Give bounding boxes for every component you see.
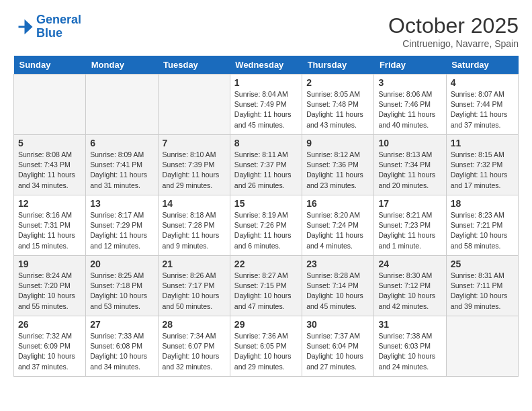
day-number: 13 <box>90 198 153 209</box>
calendar-cell: 8Sunrise: 8:11 AM Sunset: 7:37 PM Daylig… <box>230 135 302 195</box>
calendar-cell: 25Sunrise: 8:31 AM Sunset: 7:11 PM Dayli… <box>446 256 518 316</box>
day-info: Sunrise: 8:09 AM Sunset: 7:41 PM Dayligh… <box>90 150 153 191</box>
day-info: Sunrise: 7:36 AM Sunset: 6:05 PM Dayligh… <box>234 331 298 372</box>
day-number: 21 <box>163 259 226 269</box>
calendar-cell <box>86 75 158 135</box>
calendar-cell: 30Sunrise: 7:37 AM Sunset: 6:04 PM Dayli… <box>302 316 374 377</box>
calendar-cell: 23Sunrise: 8:28 AM Sunset: 7:14 PM Dayli… <box>302 256 374 316</box>
day-info: Sunrise: 8:18 AM Sunset: 7:28 PM Dayligh… <box>163 210 226 251</box>
calendar-cell: 6Sunrise: 8:09 AM Sunset: 7:41 PM Daylig… <box>86 135 158 195</box>
day-info: Sunrise: 8:31 AM Sunset: 7:11 PM Dayligh… <box>451 271 514 312</box>
day-number: 19 <box>18 259 81 269</box>
day-info: Sunrise: 7:37 AM Sunset: 6:04 PM Dayligh… <box>306 331 369 372</box>
day-info: Sunrise: 7:38 AM Sunset: 6:03 PM Dayligh… <box>378 331 441 372</box>
logo-line1: General <box>36 13 81 26</box>
weekday-header-sunday: Sunday <box>14 56 86 75</box>
day-info: Sunrise: 8:11 AM Sunset: 7:37 PM Dayligh… <box>234 150 298 191</box>
calendar-cell: 14Sunrise: 8:18 AM Sunset: 7:28 PM Dayli… <box>158 195 230 256</box>
calendar-cell: 4Sunrise: 8:07 AM Sunset: 7:44 PM Daylig… <box>446 75 518 135</box>
logo-line2: Blue <box>36 26 62 40</box>
calendar-cell: 15Sunrise: 8:19 AM Sunset: 7:26 PM Dayli… <box>230 195 302 256</box>
calendar-cell: 20Sunrise: 8:25 AM Sunset: 7:18 PM Dayli… <box>86 256 158 316</box>
day-number: 12 <box>18 198 81 209</box>
calendar-week-row: 12Sunrise: 8:16 AM Sunset: 7:31 PM Dayli… <box>14 195 519 256</box>
calendar-cell <box>446 316 518 377</box>
calendar-cell: 29Sunrise: 7:36 AM Sunset: 6:05 PM Dayli… <box>230 316 302 377</box>
calendar-cell: 11Sunrise: 8:15 AM Sunset: 7:32 PM Dayli… <box>446 135 518 195</box>
calendar-cell: 18Sunrise: 8:23 AM Sunset: 7:21 PM Dayli… <box>446 195 518 256</box>
svg-marker-0 <box>19 19 33 35</box>
calendar-cell: 24Sunrise: 8:30 AM Sunset: 7:12 PM Dayli… <box>374 256 446 316</box>
day-number: 17 <box>378 198 441 209</box>
day-number: 31 <box>378 319 441 330</box>
day-number: 20 <box>90 259 153 269</box>
day-number: 6 <box>90 138 153 148</box>
calendar-week-row: 5Sunrise: 8:08 AM Sunset: 7:43 PM Daylig… <box>14 135 519 195</box>
day-info: Sunrise: 8:08 AM Sunset: 7:43 PM Dayligh… <box>18 150 81 191</box>
location: Cintruenigo, Navarre, Spain <box>388 38 519 49</box>
day-info: Sunrise: 7:32 AM Sunset: 6:09 PM Dayligh… <box>18 331 81 372</box>
day-number: 16 <box>306 198 369 209</box>
day-info: Sunrise: 8:30 AM Sunset: 7:12 PM Dayligh… <box>378 271 441 312</box>
day-number: 29 <box>234 319 298 330</box>
day-info: Sunrise: 8:27 AM Sunset: 7:15 PM Dayligh… <box>234 271 298 312</box>
calendar-cell: 7Sunrise: 8:10 AM Sunset: 7:39 PM Daylig… <box>158 135 230 195</box>
day-number: 8 <box>234 138 298 148</box>
day-info: Sunrise: 7:33 AM Sunset: 6:08 PM Dayligh… <box>90 331 153 372</box>
calendar-cell: 31Sunrise: 7:38 AM Sunset: 6:03 PM Dayli… <box>374 316 446 377</box>
calendar-cell: 13Sunrise: 8:17 AM Sunset: 7:29 PM Dayli… <box>86 195 158 256</box>
day-info: Sunrise: 8:19 AM Sunset: 7:26 PM Dayligh… <box>234 210 298 251</box>
day-info: Sunrise: 8:15 AM Sunset: 7:32 PM Dayligh… <box>451 150 514 191</box>
calendar-cell: 19Sunrise: 8:24 AM Sunset: 7:20 PM Dayli… <box>14 256 86 316</box>
day-info: Sunrise: 8:06 AM Sunset: 7:46 PM Dayligh… <box>378 89 441 130</box>
day-number: 4 <box>451 77 514 88</box>
weekday-header-thursday: Thursday <box>302 56 374 75</box>
calendar-cell: 2Sunrise: 8:05 AM Sunset: 7:48 PM Daylig… <box>302 75 374 135</box>
day-info: Sunrise: 7:34 AM Sunset: 6:07 PM Dayligh… <box>163 331 226 372</box>
day-info: Sunrise: 8:25 AM Sunset: 7:18 PM Dayligh… <box>90 271 153 312</box>
day-number: 11 <box>451 138 514 148</box>
day-number: 15 <box>234 198 298 209</box>
weekday-header-tuesday: Tuesday <box>158 56 230 75</box>
day-number: 14 <box>163 198 226 209</box>
day-info: Sunrise: 8:07 AM Sunset: 7:44 PM Dayligh… <box>451 89 514 130</box>
calendar-cell: 21Sunrise: 8:26 AM Sunset: 7:17 PM Dayli… <box>158 256 230 316</box>
calendar-cell: 12Sunrise: 8:16 AM Sunset: 7:31 PM Dayli… <box>14 195 86 256</box>
day-info: Sunrise: 8:10 AM Sunset: 7:39 PM Dayligh… <box>163 150 226 191</box>
day-number: 3 <box>378 77 441 88</box>
calendar-cell: 17Sunrise: 8:21 AM Sunset: 7:23 PM Dayli… <box>374 195 446 256</box>
logo-icon <box>13 17 34 37</box>
day-info: Sunrise: 8:17 AM Sunset: 7:29 PM Dayligh… <box>90 210 153 251</box>
day-number: 28 <box>163 319 226 330</box>
calendar-cell: 1Sunrise: 8:04 AM Sunset: 7:49 PM Daylig… <box>230 75 302 135</box>
calendar-week-row: 1Sunrise: 8:04 AM Sunset: 7:49 PM Daylig… <box>14 75 519 135</box>
day-info: Sunrise: 8:24 AM Sunset: 7:20 PM Dayligh… <box>18 271 81 312</box>
logo-text: General Blue <box>36 13 81 40</box>
calendar-cell: 5Sunrise: 8:08 AM Sunset: 7:43 PM Daylig… <box>14 135 86 195</box>
calendar-cell <box>158 75 230 135</box>
day-info: Sunrise: 8:16 AM Sunset: 7:31 PM Dayligh… <box>18 210 81 251</box>
weekday-header-friday: Friday <box>374 56 446 75</box>
title-block: October 2025 Cintruenigo, Navarre, Spain <box>388 13 519 49</box>
weekday-header-monday: Monday <box>86 56 158 75</box>
calendar-cell: 26Sunrise: 7:32 AM Sunset: 6:09 PM Dayli… <box>14 316 86 377</box>
calendar-week-row: 19Sunrise: 8:24 AM Sunset: 7:20 PM Dayli… <box>14 256 519 316</box>
day-number: 7 <box>163 138 226 148</box>
day-info: Sunrise: 8:23 AM Sunset: 7:21 PM Dayligh… <box>451 210 514 251</box>
weekday-header-saturday: Saturday <box>446 56 518 75</box>
calendar-cell: 28Sunrise: 7:34 AM Sunset: 6:07 PM Dayli… <box>158 316 230 377</box>
day-info: Sunrise: 8:21 AM Sunset: 7:23 PM Dayligh… <box>378 210 441 251</box>
day-number: 10 <box>378 138 441 148</box>
day-number: 9 <box>306 138 369 148</box>
logo: General Blue <box>13 13 81 40</box>
day-number: 2 <box>306 77 369 88</box>
calendar-week-row: 26Sunrise: 7:32 AM Sunset: 6:09 PM Dayli… <box>14 316 519 377</box>
day-number: 25 <box>451 259 514 269</box>
day-info: Sunrise: 8:04 AM Sunset: 7:49 PM Dayligh… <box>234 89 298 130</box>
page-header: General Blue October 2025 Cintruenigo, N… <box>13 13 519 49</box>
day-number: 5 <box>18 138 81 148</box>
day-info: Sunrise: 8:28 AM Sunset: 7:14 PM Dayligh… <box>306 271 369 312</box>
day-info: Sunrise: 8:13 AM Sunset: 7:34 PM Dayligh… <box>378 150 441 191</box>
day-number: 26 <box>18 319 81 330</box>
calendar-cell <box>14 75 86 135</box>
